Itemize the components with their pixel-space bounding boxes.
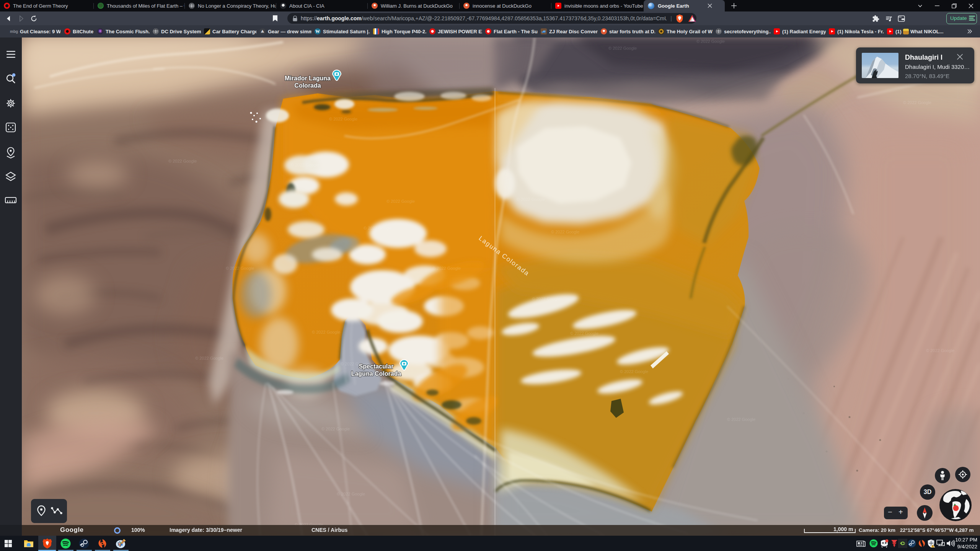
svg-text:© 2022 Google: © 2022 Google xyxy=(337,492,365,496)
svg-text:© 2022 Google: © 2022 Google xyxy=(321,427,350,431)
svg-text:© 2022 Google: © 2022 Google xyxy=(570,331,598,336)
svg-text:© 2022 Google: © 2022 Google xyxy=(386,199,415,204)
svg-text:© 2022 Google: © 2022 Google xyxy=(312,330,340,334)
svg-text:© 2022 Google: © 2022 Google xyxy=(926,348,954,353)
svg-text:© 2022 Google: © 2022 Google xyxy=(727,417,755,422)
svg-text:© 2022 Google: © 2022 Google xyxy=(903,100,931,105)
svg-text:© 2022 Google: © 2022 Google xyxy=(517,197,545,202)
svg-text:© 2022 Google: © 2022 Google xyxy=(195,356,223,360)
svg-text:© 2022 Google: © 2022 Google xyxy=(364,226,392,230)
svg-text:© 2022 Google: © 2022 Google xyxy=(329,117,357,121)
svg-text:© 2022 Google: © 2022 Google xyxy=(532,297,560,301)
svg-text:© 2022 Google: © 2022 Google xyxy=(620,369,648,374)
svg-text:© 2022 Google: © 2022 Google xyxy=(168,159,197,163)
svg-text:Laguna Colorada: Laguna Colorada xyxy=(351,370,401,377)
svg-text:© 2022 Google: © 2022 Google xyxy=(696,39,725,44)
svg-text:Colorada: Colorada xyxy=(294,82,321,89)
svg-text:Spectacular: Spectacular xyxy=(359,363,394,370)
svg-text:© 2022 Google: © 2022 Google xyxy=(608,46,637,51)
svg-text:© 2022 Google: © 2022 Google xyxy=(551,230,579,234)
svg-text:© 2022 Google: © 2022 Google xyxy=(226,266,254,271)
svg-text:Mirador Laguna: Mirador Laguna xyxy=(285,75,331,82)
svg-text:© 2022 Google: © 2022 Google xyxy=(291,163,319,167)
svg-text:© 2022 Google: © 2022 Google xyxy=(432,266,461,271)
